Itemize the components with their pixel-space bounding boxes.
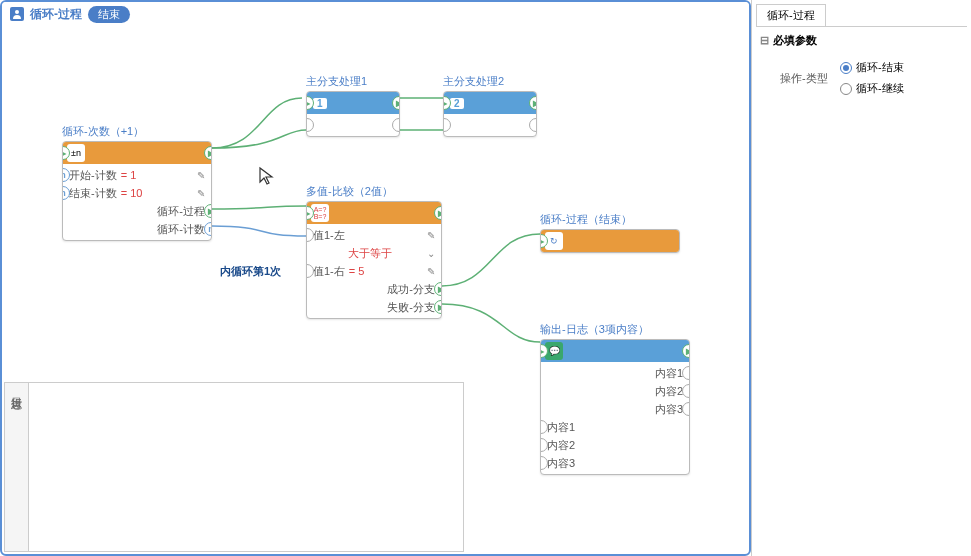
log-panel: 运行日志 (4, 382, 464, 552)
app-root: 循环-过程 结束 循环-次数（+1） ±n (0, 0, 971, 556)
log-tab[interactable]: 运行日志 (5, 383, 29, 551)
node-branch2[interactable]: 主分支处理2 2 (443, 74, 537, 137)
port-fail[interactable] (434, 300, 442, 314)
node-title: 多值-比较（2值） (306, 184, 442, 199)
inner-loop-label: 内循环第1次 (220, 264, 281, 279)
edit-icon[interactable]: ✎ (427, 230, 435, 241)
port-success[interactable] (434, 282, 442, 296)
node-title: 输出-日志（3项内容） (540, 322, 690, 337)
radio-icon (840, 62, 852, 74)
node-branch1[interactable]: 主分支处理1 1 (306, 74, 400, 137)
sidebar-tab[interactable]: 循环-过程 (756, 4, 826, 26)
main-panel: 循环-过程 结束 循环-次数（+1） ±n (0, 0, 751, 556)
port-out[interactable] (392, 96, 400, 110)
edit-icon[interactable]: ✎ (197, 170, 205, 181)
svg-point-0 (15, 10, 19, 14)
node-loopend[interactable]: 循环-过程（结束） ↻ (540, 212, 680, 253)
node-title: 循环-过程（结束） (540, 212, 680, 227)
node-title: 主分支处理2 (443, 74, 537, 89)
person-icon (10, 7, 24, 21)
node-loop[interactable]: 循环-次数（+1） ±n n 开始-计数 = 1 ✎ (62, 124, 212, 241)
header-badge: 结束 (88, 6, 130, 23)
radio-group: 循环-结束 循环-继续 (840, 60, 904, 96)
edit-icon[interactable]: ✎ (427, 266, 435, 277)
port-out[interactable] (529, 96, 537, 110)
header-title: 循环-过程 (30, 6, 82, 23)
edit-icon[interactable]: ✎ (197, 188, 205, 199)
port-out[interactable] (434, 206, 442, 220)
port-proc-out[interactable] (204, 204, 212, 218)
port-c2[interactable] (682, 384, 690, 398)
sidebar: 循环-过程 必填参数 操作-类型 循环-结束 循环-继续 (751, 0, 971, 556)
log-body (29, 383, 463, 551)
dropdown-icon[interactable]: ⌄ (427, 248, 435, 259)
cursor-icon (258, 166, 274, 186)
radio-loop-end[interactable]: 循环-结束 (840, 60, 904, 75)
port-gray[interactable] (443, 118, 451, 132)
port-c1[interactable] (682, 366, 690, 380)
node-header-bar: ±n (63, 142, 211, 164)
node-title: 循环-次数（+1） (62, 124, 212, 139)
port-gray[interactable] (529, 118, 537, 132)
canvas[interactable]: 循环-次数（+1） ±n n 开始-计数 = 1 ✎ (2, 26, 749, 554)
port-out-exec[interactable] (204, 146, 212, 160)
port-c3[interactable] (682, 402, 690, 416)
header: 循环-过程 结束 (2, 2, 749, 26)
node-title: 主分支处理1 (306, 74, 400, 89)
node-compare[interactable]: 多值-比较（2值） A=?B=? 值1-左 ✎ (306, 184, 442, 319)
port-out[interactable] (682, 344, 690, 358)
port-gray[interactable] (392, 118, 400, 132)
port-count-out[interactable]: n (204, 222, 212, 236)
radio-icon (840, 83, 852, 95)
port-gray[interactable] (306, 118, 314, 132)
param-label: 操作-类型 (780, 71, 840, 86)
node-log[interactable]: 输出-日志（3项内容） 💬 内容1 内容2 (540, 322, 690, 475)
section-title[interactable]: 必填参数 (760, 33, 963, 48)
radio-loop-continue[interactable]: 循环-继续 (840, 81, 904, 96)
